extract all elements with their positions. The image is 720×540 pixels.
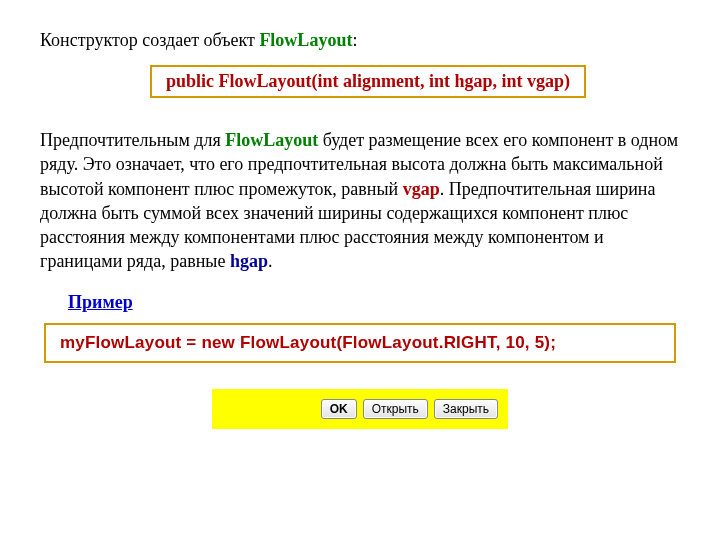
intro-prefix: Конструктор создает объект — [40, 30, 259, 50]
intro-line: Конструктор создает объект FlowLayout: — [40, 30, 680, 51]
description-paragraph: Предпочтительным для FlowLayout будет ра… — [40, 128, 680, 274]
para-t4: . — [268, 251, 273, 271]
constructor-signature-box: public FlowLayout(int alignment, int hga… — [150, 65, 586, 98]
intro-classname: FlowLayout — [259, 30, 352, 50]
code-example: myFlowLayout = new FlowLayout(FlowLayout… — [60, 333, 556, 352]
code-example-box: myFlowLayout = new FlowLayout(FlowLayout… — [44, 323, 676, 363]
open-button[interactable]: Открыть — [363, 399, 428, 419]
example-heading: Пример — [68, 292, 133, 313]
close-button[interactable]: Закрыть — [434, 399, 498, 419]
para-vgap: vgap — [403, 179, 440, 199]
para-t1: Предпочтительным для — [40, 130, 225, 150]
constructor-signature: public FlowLayout(int alignment, int hga… — [166, 71, 570, 91]
ok-button[interactable]: OK — [321, 399, 357, 419]
para-flowlayout: FlowLayout — [225, 130, 318, 150]
intro-suffix: : — [352, 30, 357, 50]
para-hgap: hgap — [230, 251, 268, 271]
demo-panel: OK Открыть Закрыть — [212, 389, 508, 429]
